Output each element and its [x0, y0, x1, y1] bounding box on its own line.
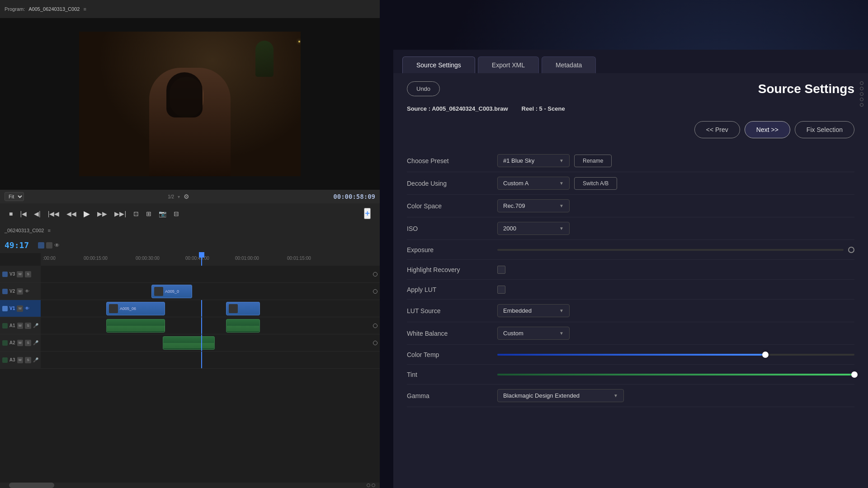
a2-mic-icon: 🎤	[33, 340, 38, 345]
add-btn[interactable]: +	[364, 208, 371, 219]
color-temp-slider[interactable]	[497, 354, 854, 356]
fraction-display: 1/2	[168, 194, 174, 199]
ruler-mark-1: 00:00:15:00	[84, 256, 108, 261]
color-temp-track	[497, 354, 854, 356]
a1-mic-icon: 🎤	[33, 323, 38, 328]
step-frame-back-btn[interactable]: ◀|	[34, 210, 41, 217]
trim-btn[interactable]: ⊟	[174, 210, 179, 217]
choose-preset-dropdown[interactable]: #1 Blue Sky ▼	[497, 154, 570, 167]
white-balance-control: Custom ▼	[497, 327, 854, 340]
navigation-row: << Prev Next >> Fix Selection	[407, 121, 854, 138]
a3-track-header: A3 M S 🎤	[0, 352, 41, 368]
decode-using-dropdown[interactable]: Custom A ▼	[497, 177, 570, 190]
color-space-control: Rec.709 ▼	[497, 199, 854, 212]
camera-btn[interactable]: 📷	[159, 210, 166, 217]
v2-icon	[2, 289, 8, 294]
color-space-dropdown[interactable]: Rec.709 ▼	[497, 199, 570, 212]
a2-track-body	[41, 334, 380, 351]
exposure-slider[interactable]	[497, 249, 844, 251]
v3-mute-btn[interactable]: M	[17, 271, 23, 277]
v3-track-toggle[interactable]	[46, 242, 52, 249]
tab-export-xml[interactable]: Export XML	[478, 56, 539, 73]
track-row: V1 M 👁 A005_06	[0, 300, 380, 317]
timeline-menu-icon[interactable]: ≡	[47, 228, 50, 233]
color-space-label: Color Space	[407, 202, 497, 210]
clip-v1-2[interactable]	[226, 302, 260, 315]
v2-mute-btn[interactable]: M	[17, 288, 23, 295]
a3-mute-btn[interactable]: M	[17, 357, 24, 363]
horizontal-scrollbar[interactable]	[0, 483, 380, 488]
decode-using-label: Decode Using	[407, 180, 497, 187]
go-start-btn[interactable]: |◀◀	[48, 210, 60, 217]
clip-a005-0[interactable]: A005_0	[151, 285, 192, 298]
v2-end-marker	[373, 289, 377, 294]
scrollbar-thumb[interactable]	[9, 483, 54, 488]
v3-track-header: V3 M S	[0, 266, 41, 282]
playhead[interactable]	[201, 253, 202, 266]
rename-button[interactable]: Rename	[574, 155, 612, 167]
apply-lut-checkbox[interactable]	[497, 286, 505, 294]
next-button[interactable]: Next >>	[745, 121, 790, 138]
v2-eye[interactable]: 👁	[25, 289, 29, 294]
color-temp-thumb[interactable]	[762, 352, 769, 358]
tab-source-settings[interactable]: Source Settings	[402, 56, 475, 73]
step-back-btn[interactable]: |◀	[20, 210, 27, 217]
multicam-btn[interactable]: ⊞	[146, 210, 151, 217]
iso-dropdown[interactable]: 2000 ▼	[497, 222, 570, 235]
capture-btn[interactable]: ⊡	[133, 210, 139, 217]
lut-source-control: Embedded ▼	[497, 304, 854, 317]
play-back-btn[interactable]: ◀◀	[66, 210, 76, 217]
panel-header-row: Undo Source Settings	[407, 81, 854, 96]
a3-track-body	[41, 352, 380, 368]
a3-solo-btn[interactable]: S	[25, 357, 31, 363]
tab-metadata[interactable]: Metadata	[542, 56, 596, 73]
v1-eye[interactable]: 👁	[25, 306, 29, 311]
a1-mute-btn[interactable]: M	[17, 323, 24, 329]
fit-dropdown[interactable]: Fit	[5, 192, 24, 201]
highlight-recovery-checkbox[interactable]	[497, 266, 505, 274]
a1-solo-btn[interactable]: S	[25, 323, 31, 329]
tint-label: Tint	[407, 371, 497, 378]
timeline-area: _06240313_C002 ≡ 49:17 👁 :00:00 00:00:15…	[0, 224, 380, 488]
program-label: Program:	[5, 6, 25, 12]
tint-control	[497, 374, 854, 375]
tint-thumb[interactable]	[851, 371, 858, 378]
a2-solo-btn[interactable]: S	[25, 340, 31, 346]
prev-button[interactable]: << Prev	[694, 121, 740, 138]
go-end-btn[interactable]: ▶▶|	[114, 210, 126, 217]
scroll-dot-2	[372, 483, 375, 487]
a3-mic-icon: 🎤	[33, 357, 38, 362]
wrench-icon[interactable]: ⚙	[184, 193, 189, 200]
switch-ab-button[interactable]: Switch A/B	[574, 177, 617, 190]
v3-solo-btn[interactable]: S	[25, 271, 31, 277]
program-menu-icon[interactable]: ≡	[83, 6, 86, 12]
highlight-recovery-label: Highlight Recovery	[407, 266, 497, 273]
undo-button[interactable]: Undo	[407, 81, 440, 96]
a2-mute-btn[interactable]: M	[17, 340, 24, 346]
iso-value: 2000	[503, 225, 516, 232]
chevron-down-icon: ▼	[613, 393, 618, 398]
audio-clip-a1-2[interactable]	[226, 319, 260, 333]
chevron-down-icon: ▼	[559, 226, 564, 231]
v1-icon	[2, 306, 8, 311]
setting-white-balance: White Balance Custom ▼	[407, 322, 854, 345]
source-settings-panel: Source Settings Export XML Metadata Undo…	[380, 0, 868, 488]
play-btn[interactable]: ▶	[84, 209, 90, 219]
clip-a005-06[interactable]: A005_06	[106, 302, 165, 315]
fix-selection-button[interactable]: Fix Selection	[795, 121, 854, 138]
audio-clip-a1-1[interactable]	[106, 319, 165, 333]
white-balance-dropdown[interactable]: Custom ▼	[497, 327, 570, 340]
v3-track-eye[interactable]: 👁	[54, 242, 60, 249]
v3-end-marker	[373, 272, 377, 277]
tint-slider[interactable]	[497, 374, 854, 375]
play-forward-btn[interactable]: ▶▶	[97, 210, 107, 217]
gamma-dropdown[interactable]: Blackmagic Design Extended ▼	[497, 389, 624, 402]
stop-btn[interactable]: ■	[9, 210, 13, 217]
color-temp-label: Color Temp	[407, 351, 497, 358]
v1-label: V1	[9, 306, 15, 311]
lut-source-dropdown[interactable]: Embedded ▼	[497, 304, 570, 317]
v1-mute-btn[interactable]: M	[17, 305, 23, 312]
setting-exposure: Exposure	[407, 240, 854, 260]
audio-clip-a2[interactable]	[163, 336, 215, 350]
color-space-value: Rec.709	[503, 202, 525, 209]
